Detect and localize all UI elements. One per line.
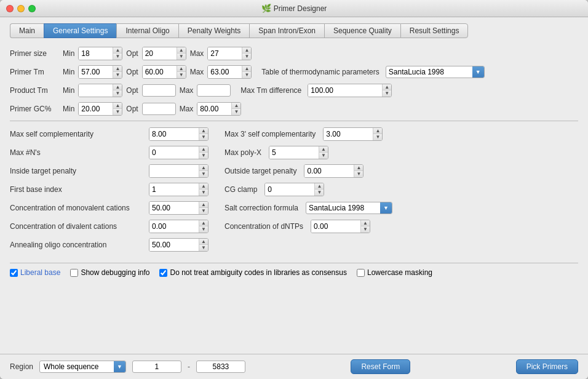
max-ns-field[interactable] (149, 146, 199, 159)
primer-gc-max-up[interactable]: ▲ (232, 103, 240, 109)
close-button[interactable] (6, 5, 14, 12)
conc-monovalent-up[interactable]: ▲ (199, 202, 208, 208)
primer-tm-max-field[interactable] (208, 66, 242, 78)
max-self-comp-field[interactable] (149, 128, 199, 140)
region-end-input[interactable] (196, 361, 245, 373)
minimize-button[interactable] (17, 5, 25, 12)
product-tm-min-input[interactable]: ▲ ▼ (78, 84, 122, 97)
max-ns-input[interactable]: ▲ ▼ (149, 146, 209, 159)
max-ns-up[interactable]: ▲ (199, 146, 208, 153)
tab-main[interactable]: Main (10, 23, 44, 38)
inside-target-down[interactable]: ▼ (199, 171, 208, 177)
liberal-base-checkbox[interactable] (10, 269, 18, 277)
max-poly-x-up[interactable]: ▲ (319, 146, 328, 153)
liberal-base-item[interactable]: Liberal base (10, 268, 60, 277)
primer-tm-min-input[interactable]: ▲ ▼ (78, 65, 122, 79)
conc-divalent-field[interactable] (149, 220, 199, 233)
conc-divalent-up[interactable]: ▲ (199, 220, 208, 226)
tab-general-settings[interactable]: General Settings (44, 23, 116, 38)
primer-size-max-up[interactable]: ▲ (242, 47, 251, 54)
primer-tm-opt-up[interactable]: ▲ (177, 66, 186, 72)
max-poly-x-field[interactable] (269, 146, 319, 159)
primer-gc-max-down[interactable]: ▼ (232, 109, 240, 115)
primer-size-opt-field[interactable] (143, 47, 177, 60)
conc-monovalent-input[interactable]: ▲ ▼ (149, 201, 209, 215)
max-ns-down[interactable]: ▼ (199, 153, 208, 159)
primer-gc-min-up[interactable]: ▲ (113, 103, 122, 109)
product-tm-max-field[interactable] (197, 84, 231, 97)
annealing-oligo-up[interactable]: ▲ (199, 239, 208, 245)
cg-clamp-field[interactable] (265, 183, 314, 196)
outside-target-input[interactable]: ▲ ▼ (304, 164, 364, 178)
thermo-table-select[interactable]: SantaLucia 1998 Breslauer 1986 (386, 66, 472, 78)
max-self-comp-input[interactable]: ▲ ▼ (149, 127, 209, 141)
max-3-self-comp-up[interactable]: ▲ (373, 128, 382, 134)
primer-size-min-up[interactable]: ▲ (113, 47, 122, 54)
outside-target-down[interactable]: ▼ (354, 171, 363, 177)
show-debug-checkbox[interactable] (70, 269, 78, 277)
first-base-index-up[interactable]: ▲ (199, 183, 208, 190)
max-tm-diff-field[interactable] (308, 84, 382, 97)
primer-tm-opt-field[interactable] (143, 66, 177, 78)
primer-size-max-input[interactable]: ▲ ▼ (207, 47, 252, 60)
primer-tm-max-down[interactable]: ▼ (242, 72, 251, 78)
primer-gc-max-field[interactable] (197, 103, 231, 115)
annealing-oligo-input[interactable]: ▲ ▼ (149, 238, 209, 252)
first-base-index-input[interactable]: ▲ ▼ (149, 183, 209, 196)
max-poly-x-down[interactable]: ▼ (319, 153, 328, 159)
product-tm-min-up[interactable]: ▲ (113, 84, 122, 90)
first-base-index-field[interactable] (149, 183, 199, 196)
annealing-oligo-down[interactable]: ▼ (199, 245, 208, 251)
conc-monovalent-down[interactable]: ▼ (199, 208, 208, 214)
tab-penalty-weights[interactable]: Penalty Weights (178, 23, 250, 38)
tab-span-intron-exon[interactable]: Span Intron/Exon (249, 23, 324, 38)
max-self-comp-up[interactable]: ▲ (199, 128, 208, 134)
first-base-index-down[interactable]: ▼ (199, 190, 208, 196)
maximize-button[interactable] (28, 5, 36, 12)
conc-dntps-input[interactable]: ▲ ▼ (311, 220, 370, 233)
conc-dntps-field[interactable] (311, 220, 360, 233)
primer-tm-opt-input[interactable]: ▲ ▼ (142, 65, 186, 79)
cg-clamp-down[interactable]: ▼ (315, 190, 324, 196)
primer-gc-max-input[interactable]: ▲ ▼ (197, 102, 241, 116)
primer-tm-min-down[interactable]: ▼ (113, 72, 122, 78)
conc-divalent-down[interactable]: ▼ (199, 226, 208, 233)
primer-gc-min-down[interactable]: ▼ (113, 109, 122, 115)
thermo-table-dropdown[interactable]: SantaLucia 1998 Breslauer 1986 ▼ (386, 66, 485, 78)
conc-dntps-up[interactable]: ▲ (361, 220, 370, 226)
primer-size-min-down[interactable]: ▼ (113, 54, 122, 60)
conc-divalent-input[interactable]: ▲ ▼ (149, 220, 209, 233)
tab-sequence-quality[interactable]: Sequence Quality (324, 23, 400, 38)
primer-size-opt-input[interactable]: ▲ ▼ (142, 47, 186, 60)
product-tm-opt-field[interactable] (142, 84, 176, 97)
product-tm-min-down[interactable]: ▼ (113, 90, 122, 97)
primer-tm-max-up[interactable]: ▲ (242, 66, 251, 72)
conc-dntps-down[interactable]: ▼ (361, 226, 370, 233)
lowercase-checkbox[interactable] (357, 269, 365, 277)
outside-target-field[interactable] (304, 165, 354, 177)
primer-tm-max-input[interactable]: ▲ ▼ (207, 65, 252, 79)
cg-clamp-up[interactable]: ▲ (315, 183, 324, 190)
region-select[interactable]: Whole sequence (40, 361, 114, 372)
lowercase-item[interactable]: Lowercase masking (357, 268, 432, 277)
primer-size-min-input[interactable]: ▲ ▼ (78, 47, 122, 60)
primer-size-opt-up[interactable]: ▲ (177, 47, 186, 54)
primer-tm-min-field[interactable] (79, 66, 113, 78)
primer-gc-min-input[interactable]: ▲ ▼ (78, 102, 122, 116)
max-tm-diff-input[interactable]: ▲ ▼ (308, 84, 392, 97)
cg-clamp-input[interactable]: ▲ ▼ (264, 183, 324, 196)
outside-target-up[interactable]: ▲ (354, 165, 363, 171)
salt-correction-select[interactable]: SantaLucia 1998 Breslauer 1986 Owczarzy … (306, 202, 380, 213)
product-tm-min-field[interactable] (79, 84, 113, 97)
primer-size-opt-down[interactable]: ▼ (177, 54, 186, 60)
tab-result-settings[interactable]: Result Settings (400, 23, 469, 38)
inside-target-field[interactable] (149, 165, 199, 177)
max-3-self-comp-field[interactable] (324, 128, 373, 140)
max-3-self-comp-down[interactable]: ▼ (373, 134, 382, 140)
max-tm-diff-down[interactable]: ▼ (383, 90, 391, 97)
primer-tm-min-up[interactable]: ▲ (113, 66, 122, 72)
primer-size-max-field[interactable] (208, 47, 242, 60)
conc-monovalent-field[interactable] (149, 202, 199, 214)
inside-target-up[interactable]: ▲ (199, 165, 208, 171)
primer-size-min-field[interactable] (79, 47, 113, 60)
